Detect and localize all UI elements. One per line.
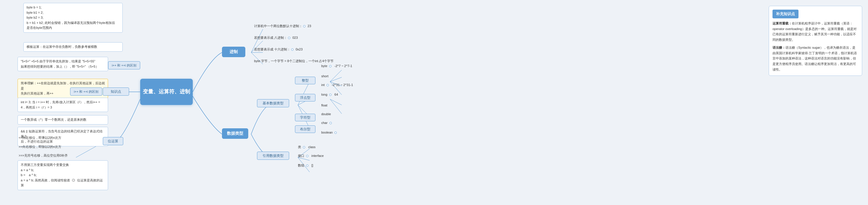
supplement-title: 补充知识点 bbox=[773, 10, 799, 19]
float-item: float bbox=[321, 104, 328, 107]
branch-weyuan: 位运算 bbox=[103, 137, 123, 145]
shift-right-panel: >>向右移位，即除以2的n次方 bbox=[18, 144, 99, 150]
svg-line-16 bbox=[330, 99, 342, 114]
char-item: char bbox=[321, 121, 333, 125]
svg-line-4 bbox=[298, 82, 310, 105]
char-type: 字符型 bbox=[295, 114, 315, 121]
bool-type: 布尔型 bbox=[295, 126, 315, 133]
center-node: 变量、运算符、进制 bbox=[140, 79, 193, 105]
xor-swap-line2: a = a ^ b; bbox=[21, 168, 105, 173]
class-item: 类 class bbox=[298, 145, 315, 149]
byte-line3: byte b2 = 3; bbox=[27, 15, 120, 21]
shift-left-panel: <<向左移位，即乘以2的n次方 bbox=[18, 135, 99, 141]
byte-declaration-panel: byte b = 1; byte b1 = 2; byte b2 = 3; b … bbox=[23, 3, 123, 33]
branch-jinzhi: 进制 bbox=[222, 47, 245, 57]
array-item: 数组 [] bbox=[298, 163, 313, 168]
string-concat-line2: 如果想得到想要的结果，加上（），即 "5+5=" （5+5） bbox=[21, 64, 105, 69]
xor-swap-panel: 不用第三方变量实现两个变量交换 a = a ^ b; b = a ^ b; a … bbox=[18, 160, 108, 190]
horizontal-calc-panel: 横板运算：在运算中存在负数时，负数参考被模数 bbox=[23, 42, 123, 52]
byte-line1: byte b = 1; bbox=[27, 5, 120, 10]
branch-shujuleixing: 数据类型 bbox=[222, 128, 248, 139]
byte-range: byte -2^7 ~ 2^7-1 bbox=[321, 64, 352, 68]
int-i3-line1: int i= 3; 当 i = i++ 时，先将i放入计算区（i'），然后i++… bbox=[21, 100, 105, 105]
interface-item: 接口 interface bbox=[298, 154, 323, 158]
branch-zhishi: 知识点 bbox=[103, 88, 129, 96]
double-item: double bbox=[321, 112, 331, 116]
int-i3-panel: int i= 3; 当 i = i++ 时，先将i放入计算区（i'），然后i++… bbox=[18, 98, 108, 112]
svg-line-15 bbox=[330, 99, 342, 105]
integer-type: 整型 bbox=[295, 77, 315, 84]
reference-data-types: 引用数据类型 bbox=[257, 151, 289, 160]
short-range: short bbox=[321, 74, 328, 78]
supplement-content1: 运算符重载：在计算机程序设计中，运算符重载（英语：operator overlo… bbox=[773, 21, 858, 42]
mind-map: byte b = 1; byte b1 = 2; byte b2 = 3; b … bbox=[0, 0, 868, 205]
svg-line-11 bbox=[330, 70, 342, 82]
basic-data-types: 基本数据类型 bbox=[257, 99, 289, 107]
xor-swap-line3: b = a ^ b; bbox=[21, 173, 105, 178]
int-range: int -2^31 ~ 2^31-1 bbox=[321, 83, 353, 87]
horizontal-calc-text: 横板运算：在运算中存在负数时，负数参考被模数 bbox=[27, 44, 120, 49]
jinzhi-item3: 若想要表示成 十六进制： 0x23 bbox=[251, 45, 356, 54]
jinzhi-item2: 若想要表示成 八进制： 023 bbox=[251, 34, 356, 42]
long-range: long 64 bbox=[321, 93, 338, 96]
jinzhi-item1: 计算机中一个两位数默认十进制： 23 bbox=[251, 22, 356, 31]
iincrement-tag: i++ 和 ++i 的区别 bbox=[70, 88, 102, 96]
byte-line4: b = b1 + b2; 此时会报错，因为编译器无法预知两个byte相加后 bbox=[27, 21, 120, 26]
supplement-content2: 语法糖：语法糖（Syntactic sugar），也译为糖衣语法，是由英国计算机… bbox=[773, 45, 858, 72]
int-i3-line2: 4，再然后 i =（i'）= 3 bbox=[21, 105, 105, 110]
float-type: 浮点型 bbox=[295, 94, 315, 101]
svg-line-12 bbox=[330, 77, 342, 82]
connector-lines bbox=[0, 0, 868, 205]
xor-panel: 一个数异或（^）零一个数两次，还是原来的数 bbox=[18, 115, 108, 125]
xor-swap-line1: 不用第三方变量实现两个变量交换 bbox=[21, 163, 105, 168]
xor-text: 一个数异或（^）零一个数两次，还是原来的数 bbox=[21, 117, 105, 123]
string-concat-panel: "5+5=" +5+5 由于字符串优先拼加，结果是 "5+5=55" 如果想得到… bbox=[18, 57, 108, 71]
supplement-box: 补充知识点 运算符重载：在计算机程序设计中，运算符重载（英语：operator … bbox=[769, 6, 862, 76]
string-concat-tag: i++ 和 ++i 的区别 bbox=[108, 61, 140, 69]
xor-swap-line4: a = a ^ b; 虽然高效，但阅读性较差 ◎ 位运算是高效的运算 bbox=[21, 178, 105, 188]
byte-line2: byte b1 = 2; bbox=[27, 10, 120, 15]
shift-unsigned-panel: >>>无符号右移，高位空位用0补齐 bbox=[18, 152, 99, 159]
byte-line5: 是否在byte范围内 bbox=[27, 25, 120, 31]
boolean-item: boolean bbox=[321, 131, 338, 134]
string-concat-line1: "5+5=" +5+5 由于字符串优先拼加，结果是 "5+5=55" bbox=[21, 59, 105, 64]
